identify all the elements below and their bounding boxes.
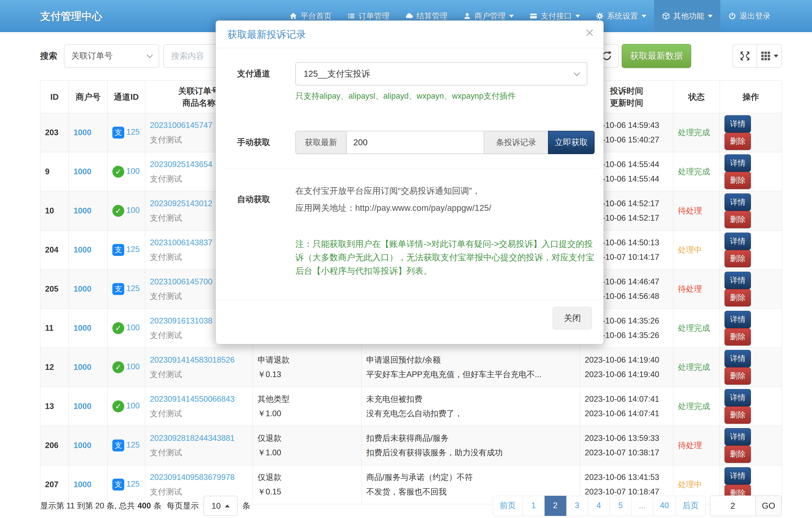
delete-button[interactable]: 删除 [725,211,751,228]
order-link[interactable]: 20231006145700 [150,277,212,286]
channel-link[interactable]: 100 [126,167,140,175]
summary-prefix: 显示第 11 到第 20 条, 总共 [40,500,135,511]
detail-button[interactable]: 详情 [725,350,751,367]
status-badge: 处理完成 [678,167,710,176]
complaint-amount: ￥1.00 [258,445,357,460]
list-icon [347,12,355,20]
page-button-1[interactable]: 1 [523,496,545,516]
detail-button[interactable]: 详情 [725,311,751,328]
detail-button[interactable]: 详情 [725,467,751,485]
complaint-id: 203 [40,113,69,152]
merchant-link[interactable]: 1000 [74,206,91,215]
channel-select[interactable]: 125__支付宝投诉 [295,62,587,85]
order-link[interactable]: 20231006143837 [150,238,212,247]
close-icon[interactable]: × [584,25,594,39]
column-header: 操作 [720,81,782,113]
fetch-latest-data-button[interactable]: 获取最新数据 [622,44,691,68]
order-link[interactable]: 20230925143654 [150,160,212,169]
complaint-id: 10 [40,191,69,230]
order-link[interactable]: 2023091414583018526 [150,355,235,364]
complaint-id: 9 [40,152,69,191]
grid-icon [760,51,771,61]
modal-close-button[interactable]: 关闭 [553,307,592,329]
page-button-2[interactable]: 2 [545,496,567,516]
merchant-link[interactable]: 1000 [74,245,91,254]
page-jump-go-button[interactable]: GO [756,495,782,516]
status-badge: 处理完成 [678,402,710,411]
merchant-link[interactable]: 1000 [74,480,91,489]
columns-button[interactable] [757,44,782,68]
complaint-content: 没有充电怎么自动扣费了， [366,406,575,421]
channel-link[interactable]: 125 [126,440,140,449]
delete-button[interactable]: 删除 [725,367,751,385]
detail-button[interactable]: 详情 [725,389,751,406]
detail-button[interactable]: 详情 [725,272,751,289]
nav-item-power[interactable]: 退出登录 [720,0,778,32]
channel-link[interactable]: 125 [126,245,140,254]
page-button-4[interactable]: 4 [588,496,610,516]
alipay-icon: 支 [112,244,124,256]
channel-link[interactable]: 100 [126,323,140,332]
detail-button[interactable]: 详情 [725,154,751,172]
cube-icon [662,12,670,20]
column-header: ID [40,81,69,113]
pagination-summary: 显示第 11 到第 20 条, 总共 400 条 每页显示 10 条 [40,496,250,516]
merchant-link[interactable]: 1000 [74,362,91,372]
fullscreen-button[interactable] [732,44,757,68]
alipay-icon: 支 [112,439,124,452]
page-size-select[interactable]: 10 [203,496,238,516]
order-link[interactable]: 20231006145747 [150,121,212,130]
page-button-5[interactable]: 5 [610,496,632,516]
merchant-link[interactable]: 1000 [74,167,91,176]
summary-total: 400 [138,501,151,511]
merchant-link[interactable]: 1000 [74,441,91,450]
merchant-link[interactable]: 1000 [74,128,91,137]
delete-button[interactable]: 删除 [725,172,751,189]
page-button-后页[interactable]: 后页 [676,496,706,516]
page-button-40[interactable]: 40 [653,496,676,516]
order-link[interactable]: 20230916131038 [150,316,212,325]
order-link[interactable]: 2023091414550066843 [150,394,235,404]
detail-button[interactable]: 详情 [725,428,751,445]
app-title: 支付管理中心 [40,0,102,32]
channel-link[interactable]: 125 [126,480,140,489]
detail-button[interactable]: 详情 [725,233,751,250]
channel-link[interactable]: 100 [126,362,140,371]
page-jump-input[interactable] [710,495,756,516]
nav-item-cube[interactable]: 其他功能 [654,0,720,32]
order-link[interactable]: 2023092818244343881 [150,434,235,443]
merchant-link[interactable]: 1000 [74,324,91,332]
delete-button[interactable]: 删除 [725,133,751,150]
update-time: 2023-10-06 14:07:41 [585,406,668,421]
delete-button[interactable]: 删除 [725,406,751,424]
delete-button[interactable]: 删除 [725,250,751,267]
complaint-title: 商品/服务与承诺（约定）不符 [366,470,575,485]
delete-button[interactable]: 删除 [725,328,751,346]
fetch-now-button[interactable]: 立即获取 [548,131,594,154]
delete-button[interactable]: 删除 [725,289,751,306]
order-link[interactable]: 2023091409583679978 [150,473,235,482]
channel-link[interactable]: 100 [126,401,140,410]
caret-down-icon [708,15,713,18]
fetch-count-input[interactable] [346,131,484,154]
detail-button[interactable]: 详情 [725,193,751,211]
merchant-link[interactable]: 1000 [74,402,91,411]
complaint-type: 仅退款 [258,470,357,485]
caret-up-icon [225,505,230,508]
channel-link[interactable]: 125 [126,128,140,136]
table-row: 13 1000 ✓100 2023091414550066843 支付测试 其他… [40,387,782,426]
page-button-3[interactable]: 3 [567,496,588,516]
delete-button[interactable]: 删除 [725,445,751,463]
fullscreen-icon [740,51,750,61]
channel-link[interactable]: 125 [126,284,140,293]
detail-button[interactable]: 详情 [725,115,751,133]
search-field-select[interactable]: 关联订单号 [64,44,159,68]
user-icon [463,12,471,20]
page-button-前页[interactable]: 前页 [493,496,523,516]
order-link[interactable]: 20230925143012 [150,199,212,208]
complaint-id: 13 [40,387,69,426]
auto-fetch-line1: 在支付宝开放平台应用订阅“交易投诉通知回调”， [295,182,491,199]
channel-link[interactable]: 100 [126,206,140,215]
modal-header: 获取最新投诉记录 × [216,21,603,48]
merchant-link[interactable]: 1000 [74,284,91,294]
